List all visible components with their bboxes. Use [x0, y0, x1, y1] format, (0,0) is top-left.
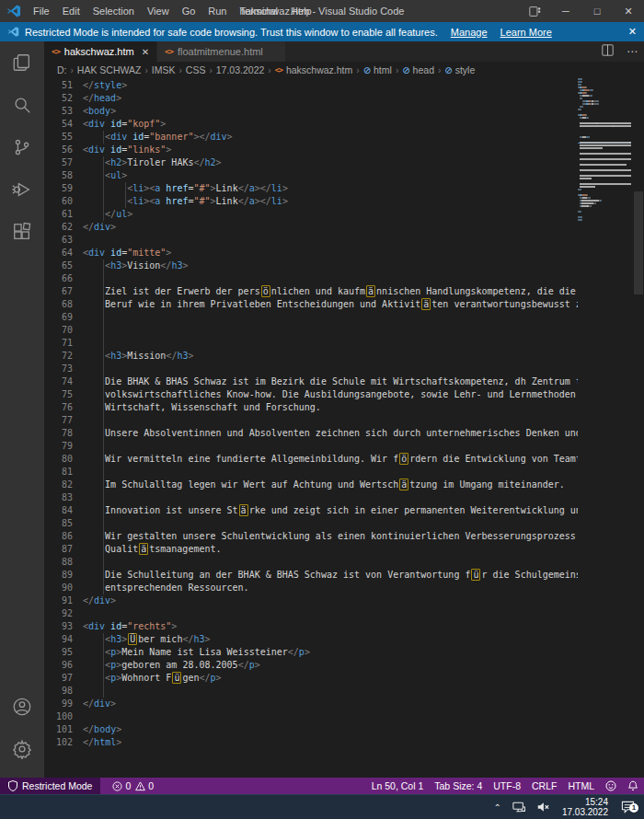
line-number[interactable]: 65 — [56, 260, 73, 272]
menu-selection[interactable]: Selection — [86, 0, 141, 22]
extensions-icon[interactable] — [0, 211, 44, 253]
code-line-52[interactable]: 52</head> — [44, 92, 578, 105]
line-number[interactable]: 86 — [56, 530, 73, 543]
code-line-54[interactable]: 54<div id="kopf"> — [44, 118, 578, 131]
line-number[interactable]: 66 — [56, 272, 73, 285]
line-number[interactable]: 53 — [56, 105, 73, 118]
close-button[interactable]: ✕ — [613, 0, 644, 22]
code-line-83[interactable]: 83 — [44, 491, 578, 504]
line-number[interactable]: 79 — [56, 440, 73, 453]
split-editor-icon[interactable] — [595, 44, 620, 59]
code-line-69[interactable]: 69 — [44, 311, 578, 324]
breadcrumb-item-style[interactable]: ⊘style — [444, 64, 475, 75]
minimap[interactable] — [578, 78, 633, 778]
line-number[interactable]: 51 — [56, 79, 73, 92]
line-number[interactable]: 54 — [56, 118, 73, 131]
code-line-100[interactable]: 100 — [44, 710, 578, 723]
code-line-81[interactable]: 81 — [44, 466, 578, 479]
scrollbar[interactable] — [633, 78, 644, 778]
notifications-bell-icon[interactable] — [622, 778, 644, 794]
line-number[interactable]: 69 — [56, 311, 73, 324]
code-line-61[interactable]: 61 </ul> — [44, 208, 578, 221]
code-line-53[interactable]: 53<body> — [44, 105, 578, 118]
code-line-75[interactable]: 75 volkswirtschaftliches Know-how. Die A… — [44, 388, 578, 401]
code-line-97[interactable]: 97 <p>Wohnort Fügen</p> — [44, 672, 578, 685]
line-number[interactable]: 97 — [56, 672, 73, 685]
line-number[interactable]: 90 — [56, 582, 73, 594]
line-number[interactable]: 68 — [56, 298, 73, 311]
status-ln-50-col-1[interactable]: Ln 50, Col 1 — [366, 778, 430, 794]
minimize-button[interactable]: ─ — [550, 0, 581, 22]
status-crlf[interactable]: CRLF — [526, 778, 562, 794]
line-number[interactable]: 77 — [56, 414, 73, 427]
line-number[interactable]: 58 — [56, 169, 73, 182]
line-number[interactable]: 52 — [56, 92, 73, 105]
account-icon[interactable] — [0, 686, 44, 728]
code-line-88[interactable]: 88 — [44, 556, 578, 569]
line-number[interactable]: 63 — [56, 234, 73, 247]
code-line-72[interactable]: 72 <h3>Mission</h3> — [44, 350, 578, 363]
line-number[interactable]: 99 — [56, 698, 73, 710]
menu-file[interactable]: File — [27, 0, 56, 22]
customize-layout-icon[interactable] — [519, 0, 550, 22]
code-line-94[interactable]: 94 <h3>Über mich</h3> — [44, 633, 578, 646]
feedback-smiley-icon[interactable] — [600, 778, 622, 794]
breadcrumb-item-hak-schwaz[interactable]: HAK SCHWAZ — [77, 64, 142, 75]
line-number[interactable]: 87 — [56, 543, 73, 556]
code-line-60[interactable]: 60 <li><a href="#">Link</a></li> — [44, 195, 578, 208]
tab-close-icon[interactable]: ✕ — [142, 47, 149, 57]
line-number[interactable]: 84 — [56, 504, 73, 517]
settings-gear-icon[interactable] — [0, 728, 44, 770]
line-number[interactable]: 88 — [56, 556, 73, 569]
line-number[interactable]: 91 — [56, 594, 73, 607]
line-number[interactable]: 89 — [56, 569, 73, 582]
line-number[interactable]: 71 — [56, 337, 73, 350]
line-number[interactable]: 98 — [56, 685, 73, 698]
code-line-66[interactable]: 66 — [44, 272, 578, 285]
source-control-icon[interactable] — [0, 126, 44, 168]
line-number[interactable]: 81 — [56, 466, 73, 479]
restricted-mode-status[interactable]: Restricted Mode — [0, 778, 100, 794]
code-line-84[interactable]: 84 Innovation ist unsere Stärke und zeig… — [44, 504, 578, 517]
line-number[interactable]: 93 — [56, 620, 73, 633]
code-line-68[interactable]: 68 Beruf wie in ihrem Privatleben Entsch… — [44, 298, 578, 311]
banner-learn-more-link[interactable]: Learn More — [500, 27, 552, 38]
line-number[interactable]: 70 — [56, 324, 73, 337]
code-line-86[interactable]: 86 Wir gestalten unsere Schulentwicklung… — [44, 530, 578, 543]
line-number[interactable]: 75 — [56, 388, 73, 401]
taskbar-clock[interactable]: 15:24 17.03.2022 — [555, 797, 615, 817]
code-line-62[interactable]: 62</div> — [44, 221, 578, 234]
code-line-74[interactable]: 74 Die BHAK & BHAS Schwaz ist im Bezirk … — [44, 375, 578, 388]
code-line-85[interactable]: 85 — [44, 517, 578, 530]
code-line-65[interactable]: 65 <h3>Vision</h3> — [44, 260, 578, 272]
line-number[interactable]: 67 — [56, 285, 73, 298]
code-line-80[interactable]: 80 Wir vermitteln eine fundierte Allgeme… — [44, 453, 578, 466]
maximize-button[interactable]: □ — [581, 0, 613, 22]
line-number[interactable]: 59 — [56, 182, 73, 195]
line-number[interactable]: 95 — [56, 646, 73, 659]
code-line-92[interactable]: 92 — [44, 607, 578, 620]
breadcrumb-item-html[interactable]: ⊘html — [363, 64, 392, 75]
line-number[interactable]: 74 — [56, 375, 73, 388]
code-line-76[interactable]: 76 Wirtschaft, Wissenschaft und Forschun… — [44, 401, 578, 414]
code-editor[interactable]: 51</style>52</head>53<body>54<div id="ko… — [44, 78, 644, 778]
line-number[interactable]: 60 — [56, 195, 73, 208]
line-number[interactable]: 80 — [56, 453, 73, 466]
problems-status[interactable]: 0 0 — [100, 780, 161, 791]
code-line-82[interactable]: 82 Im Schulalltag legen wir Wert auf Ach… — [44, 479, 578, 491]
line-number[interactable]: 56 — [56, 144, 73, 156]
breadcrumb-item-head[interactable]: ⊘head — [402, 64, 434, 75]
line-number[interactable]: 82 — [56, 479, 73, 491]
search-icon[interactable] — [0, 84, 44, 126]
code-line-93[interactable]: 93<div id="rechts"> — [44, 620, 578, 633]
code-line-102[interactable]: 102</html> — [44, 736, 578, 749]
code-line-90[interactable]: 90 entsprechenden Ressourcen. — [44, 582, 578, 594]
code-line-87[interactable]: 87 Qualitätsmanagement. — [44, 543, 578, 556]
line-number[interactable]: 100 — [56, 710, 73, 723]
breadcrumb-item-hakschwaz-htm[interactable]: <>hakschwaz.htm — [275, 64, 353, 75]
line-number[interactable]: 64 — [56, 247, 73, 260]
line-number[interactable]: 83 — [56, 491, 73, 504]
status-utf-8[interactable]: UTF-8 — [488, 778, 526, 794]
line-number[interactable]: 94 — [56, 633, 73, 646]
code-line-57[interactable]: 57 <h2>Tiroler HAKs</h2> — [44, 156, 578, 169]
